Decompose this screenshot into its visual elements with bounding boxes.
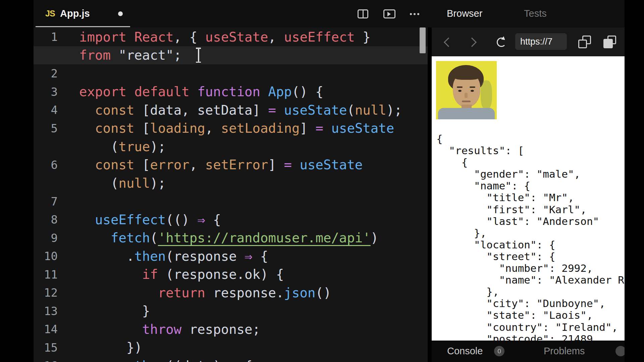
code-text: export default function App() { [58,84,323,99]
code-line[interactable]: (true); [34,137,428,156]
browser-navbar: https://7 [432,27,625,56]
active-tab-underline [36,26,130,27]
code-text: (true); [58,139,166,154]
line-number: 1 [34,30,58,44]
photo-eye [458,90,462,92]
photo-fringe [453,70,480,80]
code-text: const [loading, setLoading] = useState [58,121,394,136]
line-number: 9 [34,231,58,245]
refresh-icon[interactable] [497,38,506,47]
open-in-new-window-icon[interactable] [603,36,616,48]
tab-appjs[interactable]: App.js [60,8,90,19]
code-text: throw response; [58,322,260,337]
line-number: 3 [34,85,58,99]
more-options-icon[interactable] [410,13,419,15]
code-text: if (response.ok) { [58,267,284,282]
top-bar: JS App.js Browser Tests [34,0,625,27]
line-number: 2 [34,67,58,80]
line-number: 6 [34,158,58,172]
code-line[interactable]: 14 throw response; [34,320,428,339]
code-text: from "react"; [58,48,181,63]
code-text: return response.json() [58,285,331,300]
code-text: .then(response ⇒ { [58,249,268,264]
line-number: 13 [34,304,58,318]
code-text: .then((data) ⇒ { [58,358,253,362]
console-count-badge: 0 [494,346,504,356]
code-line[interactable]: (null); [34,174,428,192]
code-text: useEffect(() ⇒ { [58,212,221,227]
code-text: const [error, setError] = useState [58,157,363,172]
code-line[interactable]: 13 } [34,302,428,320]
forward-icon[interactable] [467,38,477,47]
json-output: { "results": [ { "gender": "male", "name… [436,133,625,341]
line-number: 16 [34,359,58,362]
line-number: 7 [34,195,58,208]
code-lines: 1import React, { useState, useEffect }fr… [34,28,428,362]
code-line[interactable]: 8 useEffect(() ⇒ { [34,210,428,229]
code-text: fetch('https://randomuser.me/api') [58,230,378,245]
text-cursor-icon [195,48,202,63]
copy-url-icon[interactable] [578,36,591,48]
photo-mouth [462,101,471,102]
photo-brow [457,86,463,88]
back-icon[interactable] [444,38,453,47]
tab-tests[interactable]: Tests [524,8,547,19]
line-number: 11 [34,268,58,281]
line-number: 14 [34,322,58,336]
code-text: import React, { useState, useEffect } [58,29,371,45]
photo-shade [481,80,492,109]
code-line[interactable]: 16 .then((data) ⇒ { [34,357,428,362]
code-line[interactable]: 11 if (response.ok) { [34,265,428,284]
code-line[interactable]: 5 const [loading, setLoading] = useState [34,119,428,138]
split-editor-icon[interactable] [358,9,368,18]
photo-eye [471,90,474,92]
code-line[interactable]: 3export default function App() { [34,83,428,101]
code-line[interactable]: 12 return response.json() [34,284,428,302]
code-line[interactable]: 15 }) [34,339,428,357]
url-field[interactable]: https://7 [515,33,567,50]
line-number: 5 [34,122,58,135]
console-tab[interactable]: Console [447,346,483,357]
problems-tab[interactable]: Problems [544,346,585,357]
line-number: 10 [34,249,58,263]
user-photo [436,61,497,119]
tab-browser[interactable]: Browser [447,8,482,19]
code-text: const [data, setData] = useState(null); [58,103,402,118]
code-line[interactable]: 4 const [data, setData] = useState(null)… [34,101,428,119]
open-preview-icon[interactable] [383,9,395,18]
code-line[interactable]: 9 fetch('https://randomuser.me/api') [34,229,428,247]
code-text: } [58,303,150,318]
code-text: }) [58,340,142,355]
browser-viewport: { "results": [ { "gender": "male", "name… [432,56,625,341]
line-number: 12 [34,286,58,299]
line-number: 15 [34,341,58,354]
code-line[interactable]: 2 [34,64,428,83]
bottom-panel-bar: Console 0 Problems [432,341,625,362]
line-number: 4 [34,103,58,117]
code-line[interactable]: from "react"; [34,46,428,65]
problems-count-badge [615,346,625,356]
app-window: JS App.js Browser Tests 1import React, {… [0,0,644,362]
photo-nose [465,93,468,98]
code-line[interactable]: 7 [34,192,428,211]
code-line[interactable]: 10 .then(response ⇒ { [34,247,428,265]
javascript-icon: JS [45,9,55,18]
code-text: (null); [58,176,166,191]
line-number: 8 [34,213,58,226]
editor-scrollbar[interactable] [420,27,426,53]
code-line[interactable]: 6 const [error, setError] = useState [34,156,428,174]
unsaved-changes-dot [118,11,123,16]
photo-shirt [438,108,495,119]
code-editor[interactable]: 1import React, { useState, useEffect }fr… [34,27,428,362]
code-line[interactable]: 1import React, { useState, useEffect } [34,28,428,46]
photo-brow [470,86,475,88]
